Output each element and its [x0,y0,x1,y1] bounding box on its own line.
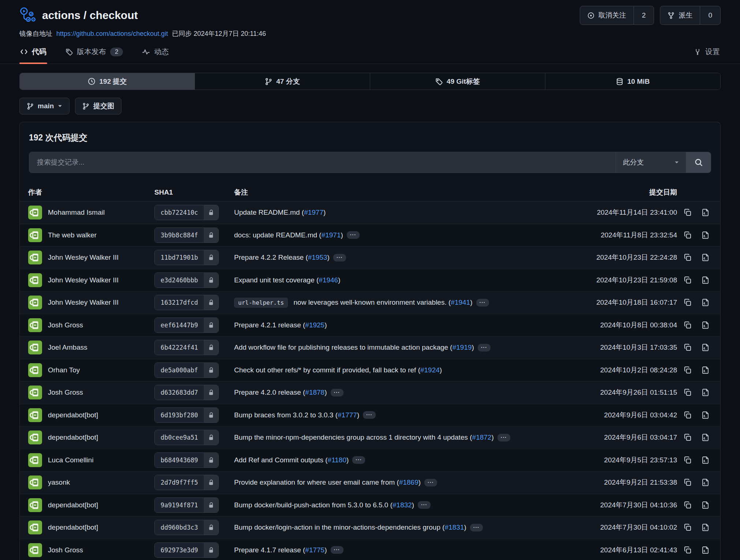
commit-graph-button[interactable]: 提交图 [75,98,121,114]
browse-source-icon[interactable] [702,231,710,239]
pr-link[interactable]: #1180 [328,456,346,464]
sha-button[interactable]: 2d7d9f7ff5 [154,475,219,490]
sha-button[interactable]: 6d193bf280 [154,407,219,423]
mirror-url-link[interactable]: https://github.com/actions/checkout.git [56,30,168,37]
sha-button[interactable]: 163217dfcd [154,295,219,310]
branch-selector[interactable]: main [19,98,70,114]
author-cell[interactable]: Josh Gross [20,386,154,399]
author-cell[interactable]: dependabot[bot] [20,408,154,422]
expand-message-button[interactable]: ··· [497,434,510,441]
author-cell[interactable]: John Wesley Walker III [20,296,154,309]
copy-sha-icon[interactable] [684,433,692,441]
copy-sha-icon[interactable] [684,231,692,239]
browse-source-icon[interactable] [702,253,710,262]
author-cell[interactable]: yasonk [20,476,154,489]
copy-sha-icon[interactable] [684,276,692,284]
copy-sha-icon[interactable] [684,298,692,307]
fork-button[interactable]: 派生 0 [660,6,721,25]
pr-link[interactable]: #1831 [445,523,464,531]
search-button[interactable] [686,152,711,173]
tab-activity[interactable]: 动态 [141,42,169,64]
expand-message-button[interactable]: ··· [333,254,346,262]
author-cell[interactable]: The web walker [20,228,154,242]
pr-link[interactable]: #1777 [338,411,357,419]
copy-sha-icon[interactable] [684,523,692,531]
pr-link[interactable]: #1924 [420,366,440,374]
browse-source-icon[interactable] [702,276,710,284]
copy-sha-icon[interactable] [684,366,692,374]
browse-source-icon[interactable] [702,366,710,374]
expand-message-button[interactable]: ··· [347,231,360,239]
expand-message-button[interactable]: ··· [470,524,483,531]
sha-button[interactable]: 9a9194f871 [154,497,219,513]
sha-button[interactable]: b684943689 [154,452,219,468]
expand-message-button[interactable]: ··· [418,501,431,509]
pr-link[interactable]: #1925 [305,321,324,329]
pr-link[interactable]: #1919 [452,343,472,351]
stat-branches[interactable]: 47 分支 [195,73,370,90]
copy-sha-icon[interactable] [684,388,692,396]
author-cell[interactable]: Orhan Toy [20,363,154,377]
expand-message-button[interactable]: ··· [424,479,437,486]
sha-button[interactable]: 6b42224f41 [154,340,219,355]
pr-link[interactable]: #1977 [304,208,323,216]
sha-button[interactable]: d632683dd7 [154,385,219,400]
author-cell[interactable]: Joel Ambass [20,341,154,354]
browse-source-icon[interactable] [702,501,710,509]
forks-count[interactable]: 0 [700,6,720,25]
copy-sha-icon[interactable] [684,321,692,329]
pr-link[interactable]: #1832 [392,501,412,509]
expand-message-button[interactable]: ··· [331,389,343,396]
browse-source-icon[interactable] [702,546,710,554]
author-cell[interactable]: Josh Gross [20,318,154,332]
tab-releases[interactable]: 版本发布 2 [65,42,124,64]
pr-link[interactable]: #1869 [399,478,418,486]
expand-message-button[interactable]: ··· [331,546,343,554]
sha-button[interactable]: e3d2460bbb [154,273,219,288]
expand-message-button[interactable]: ··· [363,411,376,419]
sha-button[interactable]: dd960bd3c3 [154,520,219,535]
copy-sha-icon[interactable] [684,343,692,352]
author-cell[interactable]: dependabot[bot] [20,431,154,444]
tab-code[interactable]: 代码 [19,42,47,64]
pr-link[interactable]: #1946 [319,276,338,284]
stat-tags[interactable]: 49 Git标签 [370,73,545,90]
copy-sha-icon[interactable] [684,253,692,262]
pr-link[interactable]: #1941 [451,298,470,306]
pr-link[interactable]: #1971 [322,231,341,239]
copy-sha-icon[interactable] [684,546,692,554]
browse-source-icon[interactable] [702,433,710,441]
browse-source-icon[interactable] [702,456,710,464]
browse-source-icon[interactable] [702,298,710,307]
sha-button[interactable]: de5a000abf [154,362,219,378]
copy-sha-icon[interactable] [684,208,692,217]
author-cell[interactable]: John Wesley Walker III [20,251,154,264]
expand-message-button[interactable]: ··· [478,344,491,352]
browse-source-icon[interactable] [702,388,710,396]
stat-size[interactable]: 10 MiB [545,73,720,90]
author-cell[interactable]: Mohammad Ismail [20,206,154,219]
search-input[interactable] [29,152,616,173]
author-cell[interactable]: Josh Gross [20,543,154,557]
copy-sha-icon[interactable] [684,411,692,419]
unwatch-button[interactable]: 取消关注 2 [580,6,654,25]
author-cell[interactable]: Luca Comellini [20,453,154,467]
author-cell[interactable]: dependabot[bot] [20,520,154,534]
tab-settings[interactable]: 设置 [693,42,721,64]
pr-link[interactable]: #1872 [472,433,492,441]
sha-button[interactable]: 11bd71901b [154,250,219,265]
sha-button[interactable]: db0cee9a51 [154,430,219,445]
pr-link[interactable]: #1953 [308,253,327,261]
browse-source-icon[interactable] [702,478,710,486]
pr-link[interactable]: #1878 [305,388,324,396]
copy-sha-icon[interactable] [684,501,692,509]
sha-button[interactable]: eef61447b9 [154,317,219,333]
sha-button[interactable]: cbb722410c [154,205,219,220]
browse-source-icon[interactable] [702,411,710,419]
browse-source-icon[interactable] [702,321,710,329]
author-cell[interactable]: dependabot[bot] [20,498,154,512]
stat-commits[interactable]: 192 提交 [20,73,195,90]
search-scope-select[interactable]: 此分支 [616,152,686,173]
expand-message-button[interactable]: ··· [476,299,489,307]
sha-button[interactable]: 3b9b8c884f [154,228,219,243]
